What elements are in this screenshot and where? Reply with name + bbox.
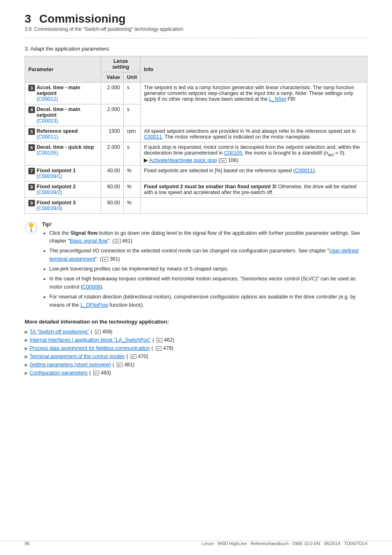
row-num: 9	[28, 200, 35, 206]
param-cell-7: 7Fixed setpoint 1(C00039/1)	[25, 165, 101, 181]
more-info-link-0[interactable]: TA "Switch-off positioning"	[30, 329, 89, 335]
param-name: Decel. time - quick stop	[37, 144, 94, 150]
param-info: All speed setpoint selections are provid…	[141, 126, 367, 142]
more-info-link-5[interactable]: Configuration parameters	[30, 370, 88, 376]
param-unit: %	[124, 181, 141, 197]
param-value: 2.000	[101, 142, 124, 166]
param-cell-5: 5Reference speed(C00011)	[25, 126, 101, 142]
table-row: 9Fixed setpoint 3(C00039/3)80.00%	[25, 197, 367, 213]
param-cell-9: 9Fixed setpoint 3(C00039/3)	[25, 197, 101, 213]
l-dflipflop-link[interactable]: L_DFlipFlop	[81, 302, 108, 308]
more-info-item-3: ▶Terminal assignment of the control mode…	[25, 354, 367, 359]
param-unit: s	[124, 104, 141, 126]
table-row: 3Accel. time - main setpoint(C00012)2.00…	[25, 83, 367, 104]
tip-section: Tip! Click the Signal flow button to go …	[25, 221, 367, 311]
param-value: 2.000	[101, 104, 124, 126]
param-name: Fixed setpoint 2	[37, 184, 76, 190]
table-row: 6Decel. time - quick stop(C00105)2.000sI…	[25, 142, 367, 166]
param-unit: s	[124, 142, 141, 166]
arrow-bullet: ▶	[25, 338, 28, 343]
chapter-title: 3 Commissioning	[25, 12, 367, 25]
more-info-link-4[interactable]: Setting parameters (short overview)	[30, 362, 111, 368]
row-num: 7	[28, 168, 35, 174]
page-footer: 86 Lenze · 8400 HighLine · Referenzhandb…	[0, 541, 392, 546]
param-info	[141, 197, 367, 213]
param-value: 2.000	[101, 83, 124, 104]
col-header-value: Value	[101, 72, 124, 83]
param-cell-8: 8Fixed setpoint 2(C00039/2)	[25, 181, 101, 197]
param-code-link[interactable]: (C00039/3)	[37, 206, 62, 211]
param-value: 80.00	[101, 197, 124, 213]
tip-icon	[25, 221, 38, 237]
more-info-link-3[interactable]: Terminal assignment of the control modes	[30, 354, 125, 359]
param-info: Fixed setpoints are selected in [%] base…	[141, 165, 367, 181]
tip-content: Tip! Click the Signal flow button to go …	[42, 221, 367, 311]
more-info-link-1[interactable]: Internal interfaces | application block …	[30, 337, 151, 343]
chapter-number: 3	[25, 12, 31, 25]
row-num: 4	[28, 106, 35, 113]
footer-page-number: 86	[25, 541, 30, 546]
col-header-lenze-setting: Lenze setting	[101, 56, 141, 72]
param-cell-3: 3Accel. time - main setpoint(C00012)	[25, 83, 101, 104]
param-name: Fixed setpoint 3	[37, 200, 76, 206]
param-code-link[interactable]: (C00012)	[37, 96, 58, 102]
param-code-link[interactable]: (C00013)	[37, 118, 58, 124]
more-info-list: ▶TA "Switch-off positioning" (↵ 459)▶Int…	[25, 329, 367, 376]
arrow-bullet: ▶	[25, 370, 28, 376]
basic-signal-flow-link[interactable]: Basic signal flow	[70, 238, 108, 244]
c00011-link-5[interactable]: C00011	[144, 134, 162, 140]
chapter-name: Commissioning	[39, 12, 126, 25]
more-info-link-2[interactable]: Process data assignment for fieldbus com…	[30, 345, 150, 351]
table-row: 8Fixed setpoint 2(C00039/2)60.00%Fixed s…	[25, 181, 367, 197]
arrow-bullet: ▶	[25, 354, 28, 359]
row-num: 8	[28, 184, 35, 190]
adapt-label: 3. Adapt the application parameters:	[25, 46, 367, 52]
param-unit: rpm	[124, 126, 141, 142]
c00006-link[interactable]: C00006	[83, 284, 101, 290]
c00011-link-7[interactable]: C00011	[295, 168, 313, 173]
more-info-item-2: ▶Process data assignment for fieldbus co…	[25, 345, 367, 351]
parameter-table: Parameter Lenze setting Info Value Unit …	[25, 56, 367, 214]
tip-bullet-4: For reversal of rotation direction (bidi…	[49, 293, 367, 309]
param-info: If quick stop is requested, motor contro…	[141, 142, 367, 166]
param-value: 60.00	[101, 181, 124, 197]
param-code-link[interactable]: (C00011)	[37, 134, 58, 140]
param-cell-6: 6Decel. time - quick stop(C00105)	[25, 142, 101, 166]
page: 3 Commissioning 3.9 Commissioning of the…	[0, 0, 392, 555]
param-unit: %	[124, 165, 141, 181]
tip-title: Tip!	[42, 221, 367, 227]
more-info-item-1: ▶Internal interfaces | application block…	[25, 337, 367, 343]
param-unit: s	[124, 83, 141, 104]
param-code-link[interactable]: (C00105)	[37, 150, 58, 156]
param-info: Fixed setpoint 2 must be smaller than fi…	[141, 181, 367, 197]
c00105-link[interactable]: C00105	[224, 150, 242, 156]
more-info-item-0: ▶TA "Switch-off positioning" (↵ 459)	[25, 329, 367, 335]
svg-point-1	[29, 223, 33, 227]
user-defined-terminal-link[interactable]: User-defined terminal assignment	[49, 248, 359, 261]
tip-bullet-3: In the case of high breakaway torques co…	[49, 275, 367, 291]
param-value: 1500	[101, 126, 124, 142]
more-info-item-5: ▶Configuration parameters (↵ 483)	[25, 370, 367, 376]
l-nset-link[interactable]: L_NSet	[269, 96, 286, 102]
arrow-bullet: ▶	[25, 362, 28, 368]
table-row: 5Reference speed(C00011)1500rpmAll speed…	[25, 126, 367, 142]
col-header-unit: Unit	[124, 72, 141, 83]
tip-bullet-1: The preconfigured I/O connection in the …	[49, 247, 367, 263]
more-info-title: More detailed information on the technol…	[25, 319, 367, 325]
quick-stop-link[interactable]: Activate/deactivate quick stop	[149, 157, 217, 163]
header-section: 3 Commissioning 3.9 Commissioning of the…	[25, 12, 367, 32]
tip-bullet-0: Click the Signal flow button to go down …	[49, 229, 367, 245]
param-name: Decel. time - main setpoint	[37, 106, 80, 118]
table-row: 7Fixed setpoint 1(C00039/1)40.00%Fixed s…	[25, 165, 367, 181]
signal-flow-bold: Signal flow	[70, 230, 97, 236]
footer-product: Lenze · 8400 HighLine · Referenzhandbuch…	[202, 541, 367, 546]
row-num: 3	[28, 85, 35, 91]
param-code-link[interactable]: (C00039/2)	[37, 190, 62, 195]
param-code-link[interactable]: (C00039/1)	[37, 173, 62, 179]
arrow-bullet: ▶	[25, 346, 28, 351]
tip-bullet-2: Low-jerk traversing profiles can be impl…	[49, 265, 367, 273]
row-num: 6	[28, 144, 35, 151]
param-cell-4: 4Decel. time - main setpoint(C00013)	[25, 104, 101, 126]
param-unit: %	[124, 197, 141, 213]
param-name: Reference speed	[37, 128, 78, 134]
